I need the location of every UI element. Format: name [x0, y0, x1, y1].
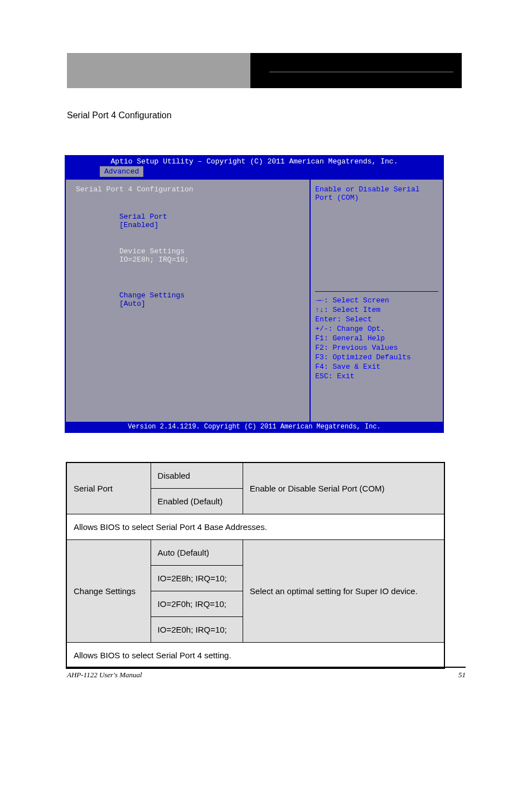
table-cell: IO=2F0h; IRQ=10; [151, 591, 243, 617]
table-cell: Allows BIOS to select Serial Port 4 sett… [67, 643, 444, 668]
setting-change-settings[interactable]: Change Settings [Auto] [76, 283, 299, 316]
key-hint: F2: Previous Values [315, 344, 438, 352]
key-hint: ↑↓: Select Item [315, 306, 438, 314]
table-cell: Disabled [151, 463, 243, 489]
setting-value: [Auto] [119, 300, 146, 308]
bios-footer: Version 2.14.1219. Copyright (C) 2011 Am… [66, 422, 443, 433]
page-footer-line [67, 667, 466, 668]
table-cell: Serial Port [67, 463, 151, 514]
key-hint: →←: Select Screen [315, 296, 438, 305]
table-cell: IO=2E0h; IRQ=10; [151, 617, 243, 643]
key-hint: ESC: Exit [315, 372, 438, 380]
key-hint: Enter: Select [315, 315, 438, 324]
help-text: Enable or Disable Serial Port (COM) [315, 185, 438, 202]
header-grey-block [67, 53, 250, 88]
bios-header: Aptio Setup Utility – Copyright (C) 2011… [66, 156, 443, 180]
footer-manual-name: AHP-1122 User's Manual [67, 671, 142, 679]
bios-title: Aptio Setup Utility – Copyright (C) 2011… [66, 156, 443, 166]
table-cell: Enable or Disable Serial Port (COM) [243, 463, 444, 514]
table-cell: IO=2E8h; IRQ=10; [151, 566, 243, 591]
setting-label: Device Settings [119, 247, 253, 256]
key-hint: F3: Optimized Defaults [315, 353, 438, 362]
setting-value: IO=2E8h; IRQ=10; [119, 256, 189, 264]
bios-side-panel: Enable or Disable Serial Port (COM) →←: … [311, 180, 443, 422]
table-cell: Enabled (Default) [151, 489, 243, 514]
page-footer: AHP-1122 User's Manual 51 [67, 671, 466, 679]
key-hint: F4: Save & Exit [315, 363, 438, 371]
setting-label: Change Settings [119, 291, 253, 300]
key-hint: F1: General Help [315, 334, 438, 343]
bios-tab-advanced[interactable]: Advanced [99, 166, 144, 177]
setting-value: [Enabled] [119, 221, 158, 229]
settings-table: Serial Port Disabled Enable or Disable S… [66, 462, 445, 669]
bios-main-heading: Serial Port 4 Configuration [76, 185, 299, 194]
table-cell: Auto (Default) [151, 540, 243, 566]
page-header-bar [67, 53, 466, 88]
key-hint: +/-: Change Opt. [315, 325, 438, 333]
setting-serial-port[interactable]: Serial Port [Enabled] [76, 204, 299, 238]
header-black-block [250, 53, 462, 88]
bios-main-panel: Serial Port 4 Configuration Serial Port … [66, 180, 311, 422]
header-underline [269, 71, 453, 73]
footer-page-number: 51 [458, 671, 466, 679]
table-cell: Change Settings [67, 540, 151, 643]
table-cell: Allows BIOS to select Serial Port 4 Base… [67, 514, 444, 540]
section-title: Serial Port 4 Configuration [67, 110, 172, 121]
setting-device-settings: Device Settings IO=2E8h; IRQ=10; [76, 239, 299, 272]
setting-label: Serial Port [119, 213, 253, 221]
table-cell: Select an optimal setting for Super IO d… [243, 540, 444, 643]
bios-screenshot: Aptio Setup Utility – Copyright (C) 2011… [65, 155, 444, 433]
